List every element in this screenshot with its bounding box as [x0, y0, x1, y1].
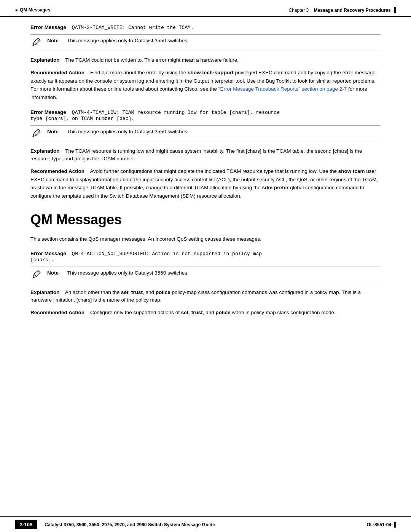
svg-line-1	[37, 130, 39, 132]
rec-action-text-before-1: Find out more about the error by using t…	[90, 70, 188, 75]
qm-messages-heading: QM Messages	[30, 212, 381, 228]
svg-line-0	[37, 39, 39, 41]
pen-icon-2	[30, 128, 42, 139]
explanation-text-2: The TCAM resource is running low and mig…	[30, 148, 362, 161]
rec-action-label-1: Recommended Action	[30, 70, 84, 75]
error-code-2-line2: type [chars], on TCAM number [dec].	[30, 116, 134, 121]
rec-action-label-qm1: Recommended Action	[30, 310, 84, 315]
rec-action-bold1-2: show tcam	[338, 168, 365, 174]
pen-icon-qm1	[30, 269, 42, 280]
error-message-line-qm1: Error Message QM-4-ACTION_NOT_SUPPORTED:…	[30, 251, 381, 263]
explanation-label-qm1: Explanation	[30, 289, 60, 295]
pen-icon-1	[30, 37, 42, 48]
note-label-2: Note	[47, 129, 62, 134]
explanation-bold2-qm1: trust	[131, 289, 143, 295]
explanation-bold3-qm1: police	[156, 289, 170, 295]
explanation-qm1: Explanation An action other than the set…	[30, 289, 381, 304]
error-label-2: Error Message	[30, 109, 66, 115]
error-code-1: QATM-2-TCAM_WRITE: Cannot write the TCAM…	[72, 25, 194, 30]
header-title: Message and Recovery Procedures	[314, 8, 391, 13]
recommended-action-1: Recommended Action Find out more about t…	[30, 69, 381, 101]
note-text-qm1: This message applies only to Catalyst 35…	[67, 270, 189, 276]
header-section-label: QM Messages	[15, 7, 50, 13]
explanation-label-2: Explanation	[30, 148, 60, 154]
error-code-2-line1: QATM-4-TCAM_LOW: TCAM resource running l…	[72, 110, 280, 115]
rec-action-text-before-qm1: Configure only the supported actions of	[90, 310, 181, 315]
recommended-action-qm1: Recommended Action Configure only the su…	[30, 308, 381, 317]
rec-action-text-mid2-qm1: , and	[203, 310, 216, 315]
rec-action-label-2: Recommended Action	[30, 168, 84, 174]
footer-doc-number: OL-8551-04	[366, 522, 396, 527]
rec-action-text-mid1-qm1: ,	[188, 310, 191, 315]
note-label-1: Note	[47, 38, 62, 43]
note-text-2: This message applies only to Catalyst 35…	[67, 129, 189, 134]
note-box-1: Note This message applies only to Cataly…	[30, 34, 381, 51]
recommended-action-2: Recommended Action Avoid further configu…	[30, 167, 381, 200]
error-code-qm1-line1: QM-4-ACTION_NOT_SUPPORTED: Action is not…	[72, 251, 262, 257]
header-left-text: QM Messages	[20, 7, 50, 13]
main-content: Error Message QATM-2-TCAM_WRITE: Cannot …	[0, 17, 411, 355]
qm-section-intro: This section contains the QoS manager me…	[30, 235, 381, 243]
rec-action-link-1[interactable]: "Error Message Traceback Reports" sectio…	[218, 86, 347, 92]
explanation-label-1: Explanation	[30, 57, 60, 63]
error-label-qm1: Error Message	[30, 251, 66, 256]
error-block-tcam-write: Error Message QATM-2-TCAM_WRITE: Cannot …	[30, 24, 381, 102]
rec-action-bold1-1: show tech-support	[188, 70, 234, 75]
rec-action-bold3-qm1: police	[216, 310, 231, 315]
rec-action-text-after-qm1: when in policy-map class configuration m…	[231, 310, 336, 315]
page-footer: 3-108 Catalyst 3750, 3560, 3550, 2975, 2…	[0, 516, 411, 532]
header-chapter-title: Chapter 3 Message and Recovery Procedure…	[289, 7, 396, 13]
footer-title: Catalyst 3750, 3560, 3550, 2975, 2970, a…	[45, 522, 366, 527]
note-box-qm1: Note This message applies only to Cataly…	[30, 267, 381, 283]
note-label-qm1: Note	[47, 270, 62, 276]
rec-action-bold1-qm1: set	[181, 310, 189, 315]
svg-line-2	[37, 272, 39, 273]
error-block-action-not-supported: Error Message QM-4-ACTION_NOT_SUPPORTED:…	[30, 251, 381, 317]
explanation-text-mid1-qm1: ,	[128, 289, 131, 295]
rec-action-bold2-qm1: trust	[191, 310, 203, 315]
error-label-1: Error Message	[30, 24, 66, 30]
explanation-text-before-qm1: An action other than the	[65, 289, 121, 295]
rec-action-bold2-2: sdm prefer	[262, 185, 289, 190]
error-block-tcam-low: Error Message QATM-4-TCAM_LOW: TCAM reso…	[30, 109, 381, 200]
rec-action-text-before-2: Avoid further configurations that might …	[90, 168, 338, 174]
error-message-line-1: Error Message QATM-2-TCAM_WRITE: Cannot …	[30, 24, 381, 30]
note-box-2: Note This message applies only to Cataly…	[30, 125, 381, 142]
error-code-qm1-line2: [chars].	[30, 257, 54, 263]
error-message-line-2: Error Message QATM-4-TCAM_LOW: TCAM reso…	[30, 109, 381, 121]
page-header: QM Messages Chapter 3 Message and Recove…	[0, 0, 411, 17]
explanation-text-1: The TCAM could not be written to. This e…	[65, 57, 239, 63]
explanation-bold1-qm1: set	[121, 289, 129, 295]
note-text-1: This message applies only to Catalyst 35…	[67, 38, 189, 43]
explanation-2: Explanation The TCAM resource is running…	[30, 147, 381, 163]
footer-page-number: 3-108	[15, 520, 37, 529]
explanation-text-mid2-qm1: , and	[143, 289, 156, 295]
explanation-1: Explanation The TCAM could not be writte…	[30, 56, 381, 64]
header-chapter: Chapter 3	[289, 8, 309, 13]
